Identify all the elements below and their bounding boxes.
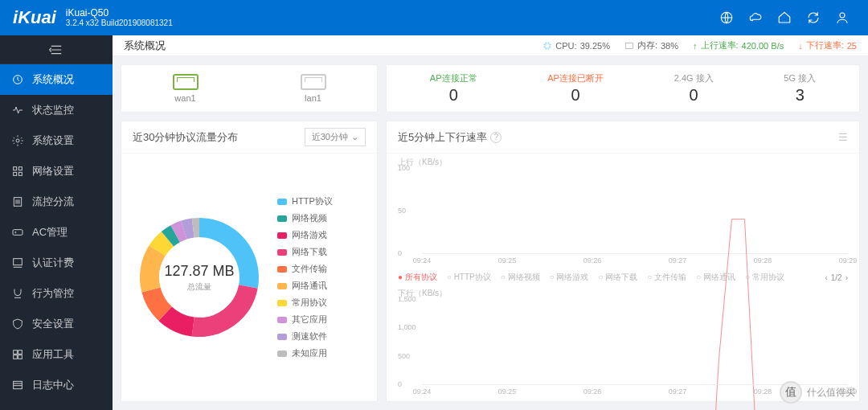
port-icon	[173, 74, 199, 90]
sidebar: 系统概况状态监控系统设置网络设置流控分流AC管理认证计费行为管控安全设置应用工具…	[0, 35, 113, 410]
legend-swatch	[277, 351, 287, 357]
svg-point-1	[840, 13, 845, 18]
legend-item[interactable]: 网络通讯	[277, 280, 333, 292]
traffic-legend: HTTP协议网络视频网络游戏网络下载文件传输网络通讯常用协议其它应用测速软件未知…	[277, 195, 333, 359]
sidebar-item-label: 行为管控	[32, 286, 74, 301]
page-title: 系统概况	[124, 39, 166, 53]
legend-swatch	[277, 266, 287, 273]
sidebar-item-10[interactable]: 日志中心	[0, 370, 113, 400]
app-header: iKuai iKuai-Q50 3.2.4 x32 Build201908081…	[0, 0, 868, 35]
legend-item[interactable]: 网络视频	[277, 212, 333, 224]
globe-icon[interactable]	[714, 5, 739, 31]
model-name: iKuai-Q50	[66, 7, 173, 18]
svg-rect-16	[14, 381, 23, 388]
sidebar-icon	[11, 195, 24, 208]
help-icon[interactable]: ?	[490, 132, 502, 143]
sidebar-item-label: 系统设置	[32, 133, 74, 148]
down-stat: ↓ 下行速率: 25	[798, 39, 857, 51]
chevron-down-icon: ⌄	[351, 132, 358, 142]
ap-stat: AP连接正常0	[430, 72, 477, 105]
sidebar-icon	[11, 256, 24, 269]
interfaces-card: wan1lan1	[121, 64, 378, 113]
sidebar-item-label: 日志中心	[32, 378, 74, 392]
sidebar-item-2[interactable]: 系统设置	[0, 125, 113, 156]
traffic-total: 127.87 MB	[164, 263, 234, 280]
ap-stat: 2.4G 接入0	[674, 72, 714, 105]
sidebar-item-label: 系统概况	[32, 72, 74, 87]
sidebar-item-3[interactable]: 网络设置	[0, 156, 113, 187]
sidebar-icon	[11, 73, 24, 86]
mem-stat: 内存: 38%	[624, 39, 678, 51]
sidebar-item-7[interactable]: 行为管控	[0, 278, 113, 309]
traffic-panel: 近30分钟协议流量分布 近30分钟 ⌄ 127.87 MB 总流量 HTTP协议…	[121, 121, 378, 402]
legend-swatch	[277, 199, 287, 205]
legend-swatch	[277, 249, 287, 256]
legend-item[interactable]: 常用协议	[277, 297, 333, 309]
user-icon[interactable]	[829, 5, 855, 31]
sidebar-icon	[11, 165, 24, 178]
legend-swatch	[277, 215, 287, 222]
legend-swatch	[277, 300, 287, 306]
svg-rect-18	[625, 43, 633, 48]
home-icon[interactable]	[772, 5, 797, 31]
ap-stat: 5G 接入3	[784, 72, 816, 105]
refresh-icon[interactable]	[800, 5, 826, 31]
svg-rect-4	[14, 167, 17, 170]
svg-rect-7	[18, 172, 22, 175]
legend-swatch	[277, 334, 287, 340]
version-text: 3.2.4 x32 Build201908081321	[66, 18, 173, 28]
status-bar: 系统概况 CPU: 39.25% 内存: 38% ↑ 上行速率: 420.00 …	[113, 35, 868, 56]
cloud-icon[interactable]	[743, 5, 768, 31]
port-icon	[301, 74, 326, 90]
time-range-select[interactable]: 近30分钟 ⌄	[305, 128, 366, 146]
upload-chart: 上行（KB/s） 05010009:2409:2509:2609:2709:28…	[398, 157, 848, 267]
legend-item[interactable]: HTTP协议	[277, 195, 333, 207]
legend-item[interactable]: 测速软件	[277, 330, 333, 342]
legend-swatch	[277, 283, 287, 289]
model-block: iKuai-Q50 3.2.4 x32 Build201908081321	[66, 7, 173, 28]
svg-rect-9	[13, 230, 23, 236]
legend-swatch	[277, 232, 287, 239]
menu-icon[interactable]: ☰	[838, 131, 848, 143]
sidebar-icon	[11, 348, 24, 361]
interface-lan1[interactable]: lan1	[301, 74, 326, 103]
speed-title: 近5分钟上下行速率	[398, 130, 487, 145]
watermark: 值 什么值得买	[780, 381, 855, 404]
svg-rect-15	[18, 355, 23, 359]
legend-item[interactable]: 网络游戏	[277, 229, 333, 241]
sidebar-icon	[11, 287, 24, 300]
sidebar-item-label: 认证计费	[32, 256, 74, 270]
legend-item[interactable]: 其它应用	[277, 314, 333, 326]
svg-rect-6	[14, 172, 17, 175]
legend-item[interactable]: 文件传输	[277, 263, 333, 275]
sidebar-item-9[interactable]: 应用工具	[0, 339, 113, 370]
traffic-donut-chart: 127.87 MB 总流量	[131, 209, 268, 346]
svg-rect-13	[18, 351, 23, 355]
ap-stat: AP连接已断开0	[547, 72, 604, 105]
sidebar-item-8[interactable]: 安全设置	[0, 309, 113, 339]
sidebar-icon	[11, 134, 24, 147]
sidebar-item-5[interactable]: AC管理	[0, 217, 113, 248]
sidebar-icon	[11, 226, 24, 239]
traffic-total-label: 总流量	[187, 281, 211, 293]
watermark-badge-icon: 值	[780, 381, 802, 404]
traffic-title: 近30分钟协议流量分布	[133, 130, 238, 145]
legend-item[interactable]: 未知应用	[277, 347, 333, 359]
sidebar-item-4[interactable]: 流控分流	[0, 187, 113, 217]
svg-point-10	[15, 232, 16, 232]
sidebar-toggle[interactable]	[0, 35, 113, 64]
sidebar-item-label: AC管理	[32, 225, 68, 240]
legend-swatch	[277, 317, 287, 323]
sidebar-item-1[interactable]: 状态监控	[0, 95, 113, 125]
sidebar-item-6[interactable]: 认证计费	[0, 248, 113, 278]
svg-rect-11	[14, 259, 23, 265]
svg-rect-5	[18, 167, 22, 170]
svg-point-3	[16, 139, 19, 142]
cpu-stat: CPU: 39.25%	[542, 41, 610, 51]
interface-wan1[interactable]: wan1	[173, 74, 199, 103]
svg-rect-17	[545, 43, 550, 48]
legend-item[interactable]: 网络下载	[277, 246, 333, 258]
svg-rect-14	[14, 355, 18, 359]
sidebar-item-0[interactable]: 系统概况	[0, 64, 113, 95]
sidebar-icon	[11, 104, 24, 117]
